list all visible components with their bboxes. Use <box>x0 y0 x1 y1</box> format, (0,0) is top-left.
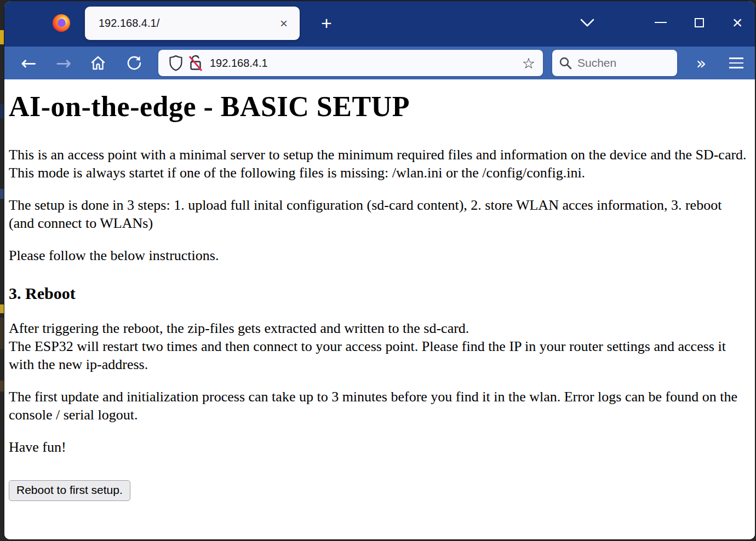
reload-icon <box>126 55 142 71</box>
tab-close-icon[interactable]: × <box>277 16 291 31</box>
desktop-fleck <box>0 381 4 392</box>
home-icon <box>90 55 106 71</box>
note-paragraph: The first update and initialization proc… <box>9 388 747 424</box>
reboot-line-1: After triggering the reboot, the zip-fil… <box>9 320 469 336</box>
minimize-button[interactable] <box>647 9 674 36</box>
maximize-icon <box>695 18 704 27</box>
search-box[interactable] <box>552 50 677 76</box>
intro-paragraph-3: Please follow the below instructions. <box>9 246 747 264</box>
search-input[interactable] <box>577 56 665 70</box>
minimize-icon <box>655 22 667 23</box>
desktop-fleck <box>0 304 4 313</box>
search-magnifier-icon <box>559 56 572 70</box>
reboot-paragraph: After triggering the reboot, the zip-fil… <box>9 319 747 373</box>
desktop-fleck <box>0 189 4 199</box>
window-close-button[interactable]: × <box>724 9 751 36</box>
tab-title: 192.168.4.1/ <box>99 17 277 30</box>
hamburger-menu-button[interactable] <box>723 50 749 76</box>
forward-button[interactable]: → <box>50 50 77 76</box>
bookmark-star-icon[interactable]: ☆ <box>522 55 535 72</box>
reboot-button[interactable]: Reboot to first setup. <box>9 480 130 501</box>
navigation-toolbar: ← → <box>4 47 755 79</box>
new-tab-button[interactable]: + <box>314 11 339 35</box>
hamburger-icon <box>729 57 743 68</box>
home-button[interactable] <box>85 50 111 76</box>
reload-button[interactable] <box>121 50 147 76</box>
desktop-fleck <box>0 104 4 118</box>
browser-tab[interactable]: 192.168.4.1/ × <box>85 7 300 40</box>
tracking-shield-icon[interactable] <box>166 53 186 73</box>
intro-paragraph-2: The setup is done in 3 steps: 1. upload … <box>9 196 747 232</box>
firefox-logo-icon[interactable] <box>53 14 70 32</box>
overflow-chevrons-button[interactable]: » <box>688 50 714 76</box>
intro-paragraph-1: This is an access point with a minimal s… <box>9 146 747 182</box>
list-tabs-chevron-down-icon[interactable] <box>576 12 598 34</box>
reboot-line-2: The ESP32 will restart two times and the… <box>9 338 726 372</box>
desktop-fleck <box>0 318 4 349</box>
outro-paragraph: Have fun! <box>9 438 747 456</box>
back-button[interactable]: ← <box>15 50 42 76</box>
insecure-lock-icon[interactable] <box>186 53 205 73</box>
browser-window: 192.168.4.1/ × + × ← → <box>4 1 755 539</box>
page-title: AI-on-the-edge - BASIC SETUP <box>9 90 747 123</box>
desktop-fleck <box>0 30 4 44</box>
url-text: 192.168.4.1 <box>210 57 522 70</box>
section-heading-reboot: 3. Reboot <box>9 284 747 303</box>
maximize-button[interactable] <box>685 9 713 36</box>
url-bar[interactable]: 192.168.4.1 ☆ <box>158 50 543 76</box>
page-content: AI-on-the-edge - BASIC SETUP This is an … <box>4 79 755 539</box>
tab-bar: 192.168.4.1/ × + × <box>4 1 755 47</box>
